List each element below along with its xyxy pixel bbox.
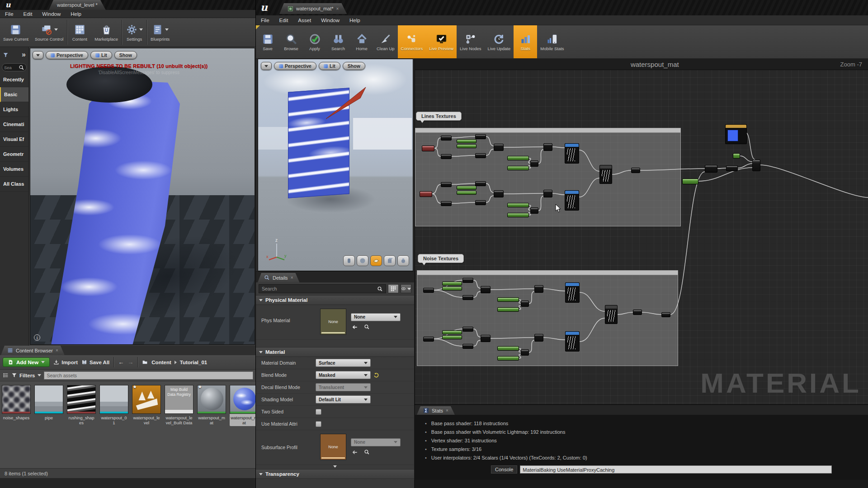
viewport-options-button[interactable]: [33, 51, 43, 59]
preview-shape-plane-button[interactable]: [370, 255, 382, 266]
asset-tile-waterspout-level[interactable]: *waterspout_level: [132, 385, 161, 426]
forward-button[interactable]: →: [127, 359, 133, 366]
texcoord-node[interactable]: [420, 191, 432, 197]
scalar-parameter-node[interactable]: [733, 153, 740, 159]
property-matrix-button[interactable]: [388, 284, 399, 293]
math-node[interactable]: [462, 344, 473, 349]
math-node[interactable]: [462, 327, 473, 332]
browse-asset-icon[interactable]: [363, 324, 371, 331]
asset-tile-noise-shapes[interactable]: noise_shapes: [2, 385, 31, 426]
menu-help[interactable]: Help: [66, 10, 86, 18]
menu-file[interactable]: File: [0, 10, 19, 18]
preview-shape-sphere-button[interactable]: [357, 255, 368, 266]
connectors-button[interactable]: Connectors: [398, 25, 426, 58]
source-control-button[interactable]: Source Control: [32, 18, 66, 47]
show-button[interactable]: Show: [343, 62, 365, 70]
back-button[interactable]: ←: [118, 359, 124, 366]
scalar-parameter-node[interactable]: [457, 144, 476, 148]
math-node[interactable]: [481, 335, 491, 342]
asset-tile-pipe[interactable]: pipe: [34, 385, 63, 426]
details-tab[interactable]: Details ×: [258, 273, 299, 282]
view-options-icon[interactable]: [3, 372, 9, 378]
math-node[interactable]: [494, 190, 504, 197]
math-node[interactable]: [631, 168, 640, 173]
asset-thumbnail[interactable]: [99, 385, 128, 414]
asset-tile-waterspout-01[interactable]: waterspout_01: [99, 385, 128, 426]
close-icon[interactable]: ×: [446, 408, 448, 413]
scalar-parameter-node[interactable]: [497, 307, 519, 312]
graph-canvas[interactable]: Lines TexturesNoise Textures MATERIAL: [415, 70, 868, 404]
menu-window[interactable]: Window: [37, 10, 66, 18]
math-node[interactable]: [441, 182, 452, 187]
scalar-parameter-node[interactable]: [507, 203, 529, 207]
preview-shape-cube-button[interactable]: [384, 255, 396, 266]
scalar-parameter-node[interactable]: [497, 356, 519, 361]
lerp-node[interactable]: [599, 165, 612, 184]
close-icon[interactable]: ×: [291, 275, 293, 280]
breadcrumb-folder[interactable]: Tutorial_01: [180, 360, 208, 365]
asset-tile-waterspout-mat[interactable]: *waterspout_mat: [197, 385, 226, 426]
dropdown[interactable]: Surface: [316, 359, 371, 367]
math-node[interactable]: [423, 337, 434, 342]
math-node[interactable]: [462, 295, 473, 300]
math-node[interactable]: [475, 153, 486, 158]
asset-tile-rushing-shapes[interactable]: rushing_shapes: [67, 385, 96, 426]
sidebar-item-visual-ef[interactable]: Visual Ef: [0, 132, 28, 147]
preview-shape-cylinder-button[interactable]: [343, 255, 355, 266]
viewport-options-button[interactable]: [261, 62, 272, 70]
asset-thumbnail[interactable]: [34, 385, 63, 414]
phys-material-thumbnail[interactable]: None: [320, 309, 346, 335]
section-material[interactable]: Material: [256, 347, 414, 357]
scalar-parameter-node[interactable]: [497, 297, 519, 302]
math-node[interactable]: [752, 160, 760, 171]
mobile-stats-button[interactable]: Mobile Stats: [537, 25, 567, 58]
level-tab[interactable]: waterspout_level *: [49, 0, 106, 10]
expand-more-icon[interactable]: [333, 465, 337, 468]
math-node[interactable]: [423, 288, 434, 293]
math-node[interactable]: [475, 134, 486, 139]
close-icon[interactable]: ×: [56, 348, 58, 353]
content-browser-tab[interactable]: Content Browser ×: [1, 346, 65, 355]
content-button[interactable]: Content: [68, 18, 91, 47]
add-new-button[interactable]: Add New: [3, 357, 50, 367]
menu-edit[interactable]: Edit: [274, 16, 293, 24]
material-editor-titlebar[interactable]: u waterspout_mat* ×: [256, 0, 868, 15]
red-arrow-gizmo[interactable]: [317, 86, 367, 122]
breadcrumb-content[interactable]: Content: [151, 360, 171, 365]
use-selected-asset-icon[interactable]: [351, 324, 359, 331]
texture-sample-node[interactable]: [565, 282, 580, 303]
menu-asset[interactable]: Asset: [293, 16, 316, 24]
asset-thumbnail[interactable]: Map Build Data Registry: [165, 385, 193, 414]
math-node[interactable]: [534, 334, 543, 342]
material-preview-viewport[interactable]: Perspective Lit Show z x y: [258, 59, 413, 271]
subsurface-thumbnail[interactable]: None: [320, 434, 346, 460]
math-node[interactable]: [475, 181, 486, 186]
sidebar-item-cinemati[interactable]: Cinemati: [0, 117, 28, 132]
use-selected-asset-icon[interactable]: [351, 449, 359, 456]
close-icon[interactable]: ×: [336, 6, 339, 11]
save-all-button[interactable]: Save All: [81, 359, 109, 365]
dropdown-caret-icon[interactable]: [139, 28, 143, 31]
browse-button[interactable]: Browse: [279, 25, 303, 58]
lit-button[interactable]: Lit: [90, 51, 112, 59]
display-filter-button[interactable]: [401, 284, 411, 293]
details-search-input[interactable]: Search: [259, 284, 386, 293]
section-physical-material[interactable]: Physical Material: [256, 295, 414, 305]
apply-button[interactable]: Apply: [303, 25, 326, 58]
material-tab[interactable]: waterspout_mat* ×: [279, 3, 347, 14]
math-node[interactable]: [543, 143, 552, 151]
math-node[interactable]: [521, 349, 529, 356]
save-button[interactable]: Save: [256, 25, 279, 58]
menu-file[interactable]: File: [256, 16, 274, 24]
scalar-parameter-node[interactable]: [457, 186, 476, 190]
settings-button[interactable]: Settings: [123, 18, 146, 47]
math-node[interactable]: [521, 300, 529, 307]
browse-asset-icon[interactable]: [363, 449, 371, 456]
phys-material-dropdown[interactable]: None: [351, 313, 401, 321]
subsurface-dropdown[interactable]: None: [351, 438, 401, 446]
dropdown-caret-icon[interactable]: [54, 28, 58, 31]
stats-button[interactable]: Stats: [514, 25, 537, 58]
math-node[interactable]: [462, 278, 473, 283]
perspective-button[interactable]: Perspective: [46, 51, 88, 59]
scalar-parameter-node[interactable]: [442, 282, 462, 286]
